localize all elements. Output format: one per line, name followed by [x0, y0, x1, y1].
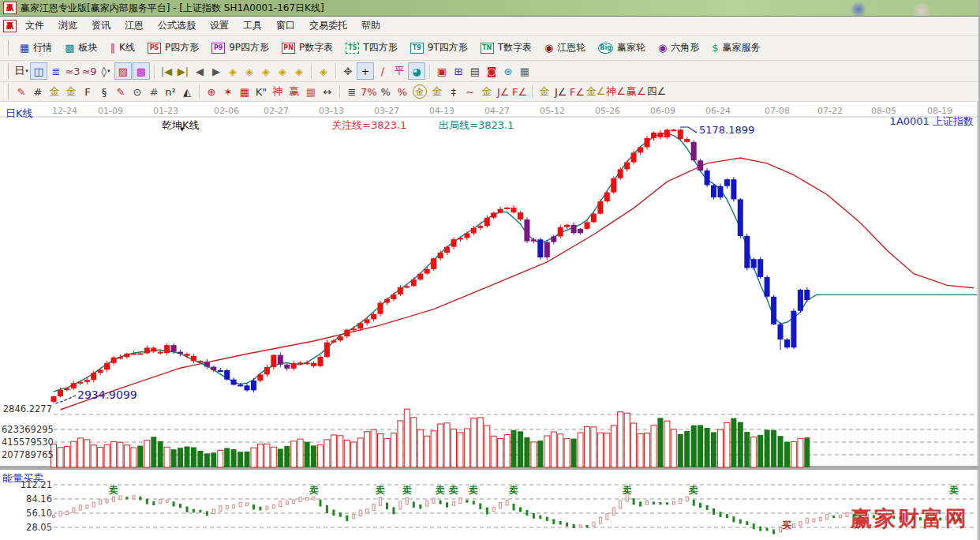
diamond-fit-icon[interactable]: ◈ — [291, 63, 307, 79]
gold-underline-icon[interactable]: 金 — [537, 84, 552, 99]
toolbar-separator — [154, 64, 155, 78]
gold-line2-icon[interactable]: 金 — [479, 84, 495, 99]
calculator-icon[interactable]: ⊞ — [451, 63, 466, 79]
crosshair-icon[interactable]: + — [357, 62, 374, 80]
ink-pen-icon[interactable]: ‡ — [446, 84, 462, 99]
percent-line-icon[interactable]: % — [395, 84, 410, 99]
t-square-button[interactable]: TST四方形 — [340, 39, 402, 57]
ying-angle-icon[interactable]: 赢∠ — [627, 84, 646, 99]
menu-item-江恩[interactable]: 江恩 — [118, 17, 151, 34]
diamond-expand-icon[interactable]: ◈ — [275, 63, 290, 79]
sectors-button[interactable]: ▩板块 — [59, 39, 103, 57]
a-wave-icon[interactable]: ~ — [462, 84, 478, 99]
date-tick-07-08: 07-08 — [765, 106, 790, 116]
print-icon[interactable]: ▦ — [517, 63, 533, 79]
j-angle-icon[interactable]: J∠ — [496, 84, 511, 99]
marker-pen-icon[interactable]: ✎ — [113, 84, 129, 99]
menu-item-文件[interactable]: 文件 — [18, 17, 51, 34]
memo-icon[interactable]: ▤ — [467, 63, 483, 79]
percent-icon[interactable]: % — [378, 84, 394, 99]
f-angle2-icon[interactable]: F∠ — [570, 84, 585, 99]
gold-line-icon[interactable]: 金 — [429, 84, 445, 99]
gold-comb2-icon[interactable]: 金 — [63, 84, 79, 99]
f-angle-icon[interactable]: F∠ — [512, 84, 528, 99]
menu-item-帮助[interactable]: 帮助 — [354, 17, 387, 34]
hexagon-button[interactable]: ◉六角形 — [653, 39, 705, 57]
kline-chart-canvas[interactable] — [0, 102, 980, 540]
buy-signal-marker: 买 — [782, 519, 791, 532]
grid-123-icon[interactable]: ▦ — [303, 84, 319, 99]
menu-item-资讯[interactable]: 资讯 — [84, 17, 118, 34]
ying-box-icon[interactable]: 赢 — [286, 84, 302, 99]
calendar-icon[interactable]: ▣ — [434, 63, 450, 79]
qiankun-pattern-icon[interactable]: ▨ — [114, 62, 132, 80]
menu-item-窗口[interactable]: 窗口 — [269, 17, 302, 34]
f-comb-icon[interactable]: F — [80, 84, 95, 99]
f10-info-icon[interactable]: ≣ — [48, 63, 64, 79]
gann-ping-icon[interactable]: 平 — [391, 63, 407, 79]
time-circle-icon[interactable]: ⊙ — [129, 84, 145, 99]
gann-wheel-button[interactable]: ◉江恩轮 — [539, 39, 591, 57]
draw-pen-icon[interactable]: ✎ — [13, 84, 29, 99]
last-page-icon[interactable]: ▶| — [175, 63, 191, 79]
prev-page-icon[interactable]: ◀ — [192, 63, 208, 79]
next-page-icon[interactable]: ▶ — [208, 63, 224, 79]
span-arrow-icon[interactable]: ↔ — [320, 84, 335, 99]
gold-circle-icon[interactable]: 金 — [413, 84, 427, 99]
quotes-button[interactable]: ▦行情 — [14, 39, 58, 57]
mirror-angle-icon[interactable]: ◭ — [179, 84, 195, 99]
sectors-icon: ▩ — [65, 42, 74, 54]
winner-service-button[interactable]: $赢家服务 — [706, 39, 765, 57]
p-table-button[interactable]: PNP数字表 — [276, 39, 339, 57]
first-page-icon[interactable]: |◀ — [159, 63, 174, 79]
caret-down-icon[interactable]: ▼ — [180, 126, 184, 133]
wave9-icon[interactable]: ≈9 — [81, 63, 97, 79]
9t-square-button[interactable]: T99T四方形 — [405, 39, 473, 57]
n2-comb-icon[interactable]: n² — [163, 84, 178, 99]
diamond-right-icon[interactable]: ◈ — [241, 63, 257, 79]
gann-comb-icon[interactable]: # — [30, 84, 46, 99]
scale-chart-icon[interactable]: ≣ — [344, 84, 360, 99]
diamond-reset-icon[interactable]: ◈ — [316, 63, 331, 79]
diamond-compress-icon[interactable]: ◈ — [258, 63, 274, 79]
candle-style-dropdown[interactable]: ◊▾ — [98, 63, 114, 79]
diamond-left-icon[interactable]: ◈ — [225, 63, 241, 79]
menu-item-公式选股[interactable]: 公式选股 — [151, 17, 203, 34]
volume-colors-icon[interactable]: ▩ — [133, 62, 150, 80]
shen-comb-icon[interactable]: 神 — [270, 84, 286, 99]
menu-item-交易委托[interactable]: 交易委托 — [302, 17, 354, 34]
kline-button[interactable]: ∥K线 — [105, 39, 140, 57]
chart-overview-icon[interactable]: ◫ — [30, 62, 47, 80]
smart-brain-icon[interactable]: ◕ — [408, 62, 425, 80]
wheel-square-icon[interactable]: ▦ — [237, 84, 252, 99]
gold-comb1-icon[interactable]: 金 — [47, 84, 62, 99]
window-title: 赢家江恩专业版[赢家内部服务平台] - [上证指数 SH1A0001-167日K… — [21, 2, 324, 15]
wheel-star-icon[interactable]: ✶ — [220, 84, 236, 99]
gold-angle-icon[interactable]: 金∠ — [586, 84, 606, 99]
trendline-tool-icon[interactable]: ∕ — [375, 63, 391, 79]
j-angle2-icon[interactable]: J∠ — [553, 84, 569, 99]
export-icon[interactable]: ⊛ — [500, 63, 516, 79]
target-circle-icon[interactable]: ⊕ — [204, 84, 219, 99]
hand-tool-icon[interactable]: ✥ — [340, 63, 356, 79]
period-day-dropdown[interactable]: 日▾ — [13, 63, 29, 79]
t-table-button[interactable]: TNT数字表 — [475, 39, 537, 57]
menu-item-工具[interactable]: 工具 — [236, 17, 269, 34]
date-tick-06-24: 06-24 — [705, 106, 731, 116]
menu-item-设置[interactable]: 设置 — [203, 17, 236, 34]
chart-area[interactable]: 12-2401-0901-2302-0602-2703-1303-2704-13… — [0, 102, 980, 540]
9p-square-button[interactable]: P99P四方形 — [206, 39, 275, 57]
wave3-icon[interactable]: ≈3 — [65, 63, 80, 79]
pane-type-label[interactable]: 日K线 — [6, 107, 33, 121]
shen-angle-icon[interactable]: 神∠ — [606, 84, 626, 99]
save-icon[interactable]: ◙ — [484, 63, 499, 79]
k-quote-icon[interactable]: K" — [253, 84, 269, 99]
menu-item-浏览[interactable]: 浏览 — [51, 17, 84, 34]
plain-comb-icon[interactable]: # — [146, 84, 162, 99]
kline-icon: ∥ — [110, 42, 116, 54]
percent-strike-icon[interactable]: 7% — [361, 84, 377, 99]
p-square-button[interactable]: PSP四方形 — [142, 39, 204, 57]
spiral-icon[interactable]: § — [96, 84, 112, 99]
winner-wheel-button[interactable]: Big赢家轮 — [593, 39, 651, 57]
si-angle-icon[interactable]: 四∠ — [647, 84, 667, 99]
